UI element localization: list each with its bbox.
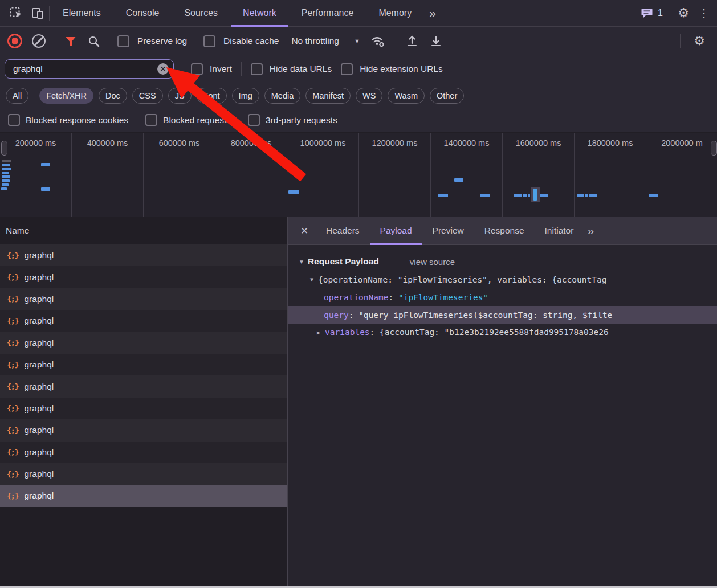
fetch-xhr-icon: {;}: [7, 492, 18, 500]
waterfall-bar: [523, 194, 527, 197]
network-settings-gear-icon[interactable]: ⚙: [689, 34, 710, 48]
inspect-element-icon[interactable]: [6, 6, 26, 20]
import-har-icon[interactable]: [404, 35, 420, 47]
divider: [670, 6, 670, 21]
chip-doc[interactable]: Doc: [99, 88, 127, 104]
waterfall-bar: [2, 172, 9, 174]
request-row[interactable]: {;}graphql: [0, 244, 287, 266]
waterfall-bar: [1, 187, 7, 190]
request-row[interactable]: {;}graphql: [0, 398, 287, 419]
chip-ws[interactable]: WS: [356, 88, 382, 104]
overview-grip-right[interactable]: [711, 141, 717, 156]
tab-performance[interactable]: Performance: [290, 0, 366, 27]
collapse-triangle-icon[interactable]: ▼: [299, 259, 304, 265]
hide-data-urls-checkbox[interactable]: [251, 63, 263, 75]
divider: [680, 34, 681, 48]
chip-js[interactable]: JS: [168, 88, 192, 104]
more-tabs-icon[interactable]: »: [425, 6, 439, 20]
clear-network-log-icon[interactable]: [31, 34, 47, 48]
blocked-requests-checkbox[interactable]: [145, 114, 157, 126]
tab-preview[interactable]: Preview: [422, 217, 474, 245]
chip-manifest[interactable]: Manifest: [305, 88, 351, 104]
chip-font[interactable]: Font: [197, 88, 227, 104]
settings-gear-icon[interactable]: ⚙: [671, 6, 695, 21]
hide-extension-urls-checkbox[interactable]: [341, 63, 353, 75]
waterfall-bar: [41, 187, 50, 191]
clear-filter-icon[interactable]: ✕: [157, 63, 169, 75]
network-toolbar: Preserve log Disable cache No throttling…: [0, 27, 717, 55]
chip-wasm[interactable]: Wasm: [388, 88, 425, 104]
third-party-requests-checkbox[interactable]: [248, 114, 260, 126]
issues-message-icon[interactable]: [638, 7, 655, 19]
chip-img[interactable]: Img: [232, 88, 259, 104]
tab-headers[interactable]: Headers: [316, 217, 370, 245]
network-overview-timeline[interactable]: 200000 ms 400000 ms 600000 ms 800000 ms …: [0, 133, 717, 217]
divider: [195, 34, 195, 48]
request-row[interactable]: {;}graphql: [0, 419, 287, 441]
tab-payload[interactable]: Payload: [370, 217, 422, 245]
hide-data-urls-label: Hide data URLs: [270, 64, 332, 74]
throttling-dropdown[interactable]: No throttling ▼: [291, 36, 360, 46]
request-row[interactable]: {;}graphql: [0, 375, 287, 397]
more-details-tabs-icon[interactable]: »: [584, 224, 596, 238]
network-filter-field[interactable]: ✕: [5, 59, 174, 79]
preserve-log-checkbox[interactable]: [117, 35, 129, 47]
disable-cache-checkbox[interactable]: [203, 35, 215, 47]
payload-preview-row[interactable]: ▼ {operationName: "ipFlowTimeseries", va…: [288, 271, 717, 288]
expand-triangle-icon[interactable]: ▶: [317, 329, 320, 336]
payload-operation-row[interactable]: operationName: "ipFlowTimeseries": [288, 288, 717, 306]
divider: [55, 34, 55, 48]
waterfall-bar: [438, 194, 448, 197]
payload-variables-row[interactable]: ▶ variables: {accountTag: "b12e3b2192ee5…: [288, 324, 717, 341]
export-har-icon[interactable]: [428, 35, 444, 47]
overview-grip-left[interactable]: [1, 141, 7, 156]
filter-funnel-icon[interactable]: [63, 36, 78, 47]
requests-list: {;}graphql {;}graphql {;}graphql {;}grap…: [0, 244, 287, 507]
close-details-icon[interactable]: ✕: [293, 217, 316, 245]
expand-triangle-icon[interactable]: ▼: [310, 276, 313, 283]
blocked-response-cookies-checkbox[interactable]: [8, 114, 20, 126]
view-source-link[interactable]: view source: [410, 257, 455, 267]
request-row-selected[interactable]: {;}graphql: [0, 485, 287, 507]
invert-checkbox[interactable]: [191, 63, 203, 75]
chip-other[interactable]: Other: [430, 88, 464, 104]
chip-media[interactable]: Media: [264, 88, 301, 104]
request-row[interactable]: {;}graphql: [0, 266, 287, 288]
waterfall-bar: [589, 194, 597, 197]
payload-query-row[interactable]: query: "query ipFlowTimeseries($accountT…: [288, 306, 717, 324]
chip-fetch-xhr[interactable]: Fetch/XHR: [39, 88, 93, 104]
waterfall-bar: [288, 190, 299, 194]
network-filter-input[interactable]: [12, 63, 157, 75]
device-toolbar-icon[interactable]: [27, 6, 48, 20]
request-row[interactable]: {;}graphql: [0, 310, 287, 332]
request-row[interactable]: {;}graphql: [0, 442, 287, 463]
payload-pane: ▼ Request Payload view source ▼ {operati…: [288, 245, 717, 341]
tab-elements[interactable]: Elements: [51, 0, 113, 27]
request-row[interactable]: {;}graphql: [0, 332, 287, 354]
request-row[interactable]: {;}graphql: [0, 354, 287, 375]
waterfall-bar: [514, 194, 522, 197]
chip-css[interactable]: CSS: [132, 88, 163, 104]
tab-initiator[interactable]: Initiator: [535, 217, 584, 245]
tab-response[interactable]: Response: [474, 217, 535, 245]
tab-network[interactable]: Network: [231, 0, 288, 27]
fetch-xhr-icon: {;}: [7, 382, 18, 391]
fetch-xhr-icon: {;}: [7, 470, 18, 479]
waterfall-bar: [454, 178, 463, 182]
tab-sources[interactable]: Sources: [172, 0, 230, 27]
chip-all[interactable]: All: [6, 88, 28, 104]
tab-console[interactable]: Console: [114, 0, 172, 27]
tab-memory[interactable]: Memory: [366, 0, 423, 27]
network-conditions-icon[interactable]: [368, 34, 388, 48]
record-network-log-icon[interactable]: [7, 34, 23, 48]
details-tabbar: ✕ Headers Payload Preview Response Initi…: [288, 217, 717, 245]
request-row[interactable]: {;}graphql: [0, 463, 287, 485]
fetch-xhr-icon: {;}: [7, 426, 18, 435]
divider: [396, 34, 396, 48]
name-column-header[interactable]: Name: [0, 217, 287, 244]
divider: [34, 89, 34, 103]
kebab-menu-icon[interactable]: ⋮: [696, 6, 711, 20]
request-row[interactable]: {;}graphql: [0, 288, 287, 310]
chevron-down-icon: ▼: [354, 38, 360, 44]
search-icon[interactable]: [86, 35, 101, 47]
